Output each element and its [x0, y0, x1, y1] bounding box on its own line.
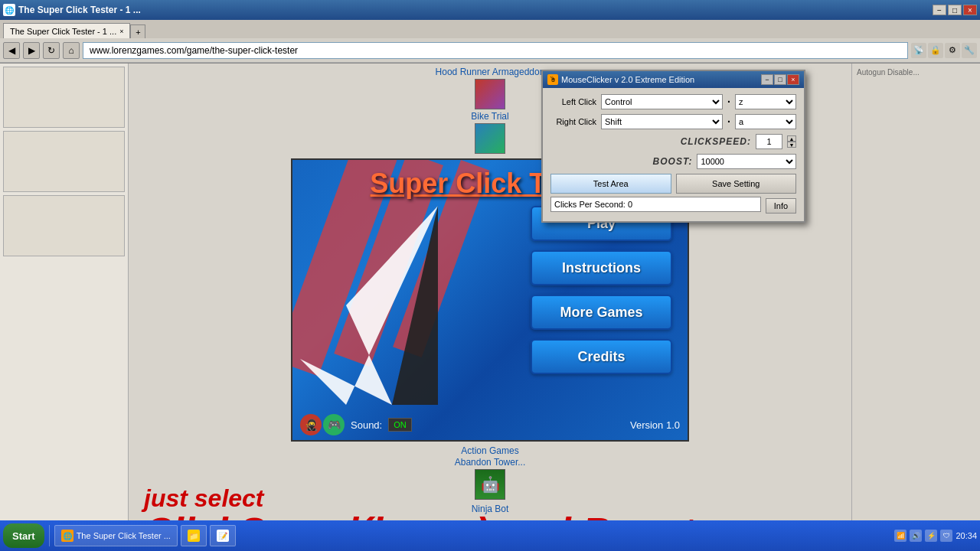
ninja-bot-link[interactable]: Ninja Bot: [472, 504, 509, 514]
clicks-display: Clicks Per Second: 0: [550, 197, 761, 212]
dialog-minimize-btn[interactable]: −: [761, 74, 773, 85]
close-btn[interactable]: ×: [963, 5, 977, 15]
version-text: Version 1.0: [630, 419, 680, 431]
clock: 20:34: [956, 531, 977, 540]
boost-label: BOOST:: [653, 156, 693, 167]
speed-arrows: ▲ ▼: [787, 135, 796, 148]
url-text: www.lorenzgames.com/game/the-super-click…: [90, 45, 298, 56]
tab-close-btn[interactable]: ×: [119, 28, 123, 35]
main-content: Hood Runner Armageddon Bike Trial Super …: [129, 64, 851, 551]
right-click-mod2-select[interactable]: a: [735, 114, 796, 129]
system-tray: 📶 🔊 ⚡ 🛡 20:34: [894, 530, 977, 542]
taskbar-browser-label: The Super Click Tester ...: [77, 531, 171, 540]
dialog-title-buttons: − □ ×: [761, 74, 799, 85]
mouseclicker-dialog: 🖱 MouseClicker v 2.0 Extreme Edition − □…: [541, 70, 805, 223]
game-thumb-1[interactable]: [475, 79, 505, 109]
char-icons: 🥷 🎮: [300, 414, 345, 435]
browser-icon: 🌐: [3, 4, 15, 16]
clicks-row: Clicks Per Second: 0 Info: [550, 197, 796, 215]
browser-chrome: 🌐 The Super Click Tester - 1 ... − □ × T…: [0, 0, 980, 64]
boost-row: BOOST: 10000: [550, 154, 796, 169]
char-icon-1: 🥷: [300, 414, 322, 435]
taskbar-browser-icon: 🌐: [61, 530, 74, 542]
speed-up-btn[interactable]: ▲: [787, 135, 796, 142]
game-thumb-2[interactable]: [475, 123, 505, 154]
taskbar-notepad[interactable]: 📝: [210, 525, 236, 546]
ninja-bot-thumb[interactable]: 🤖: [475, 469, 505, 500]
start-label: Start: [12, 530, 35, 542]
minimize-btn[interactable]: −: [933, 5, 946, 15]
new-tab-btn[interactable]: +: [130, 24, 145, 38]
left-click-mod2-select[interactable]: z: [735, 94, 796, 109]
sound-toggle[interactable]: ON: [388, 418, 412, 432]
right-sidebar: Autogun Disable...: [851, 64, 980, 551]
clicks-text: Clicks Per Second: 0: [554, 200, 632, 209]
wrench-icon[interactable]: 🔧: [962, 43, 977, 58]
sidebar-content: [0, 64, 128, 259]
taskbar-browser[interactable]: 🌐 The Super Click Tester ...: [54, 525, 178, 546]
dialog-buttons-row: Test Area Save Setting: [550, 174, 796, 194]
right-click-mod1-select[interactable]: Shift: [601, 114, 723, 129]
tools-icon[interactable]: ⚙: [945, 43, 960, 58]
dot-separator-2: ·: [727, 116, 730, 128]
dialog-close-btn[interactable]: ×: [787, 74, 799, 85]
address-bar[interactable]: www.lorenzgames.com/game/the-super-click…: [83, 42, 908, 59]
security-icon[interactable]: 🔒: [928, 43, 943, 58]
char-icon-2: 🎮: [323, 414, 345, 435]
tray-icon-3: ⚡: [925, 530, 937, 542]
dialog-title-text: MouseClicker v 2.0 Extreme Edition: [561, 75, 758, 84]
title-bar-text: The Super Click Tester - 1 ...: [18, 5, 929, 15]
title-bar-buttons: − □ ×: [933, 5, 977, 15]
menu-buttons: Play Instructions More Games Credits: [531, 206, 672, 374]
dialog-restore-btn[interactable]: □: [774, 74, 786, 85]
instructions-button[interactable]: Instructions: [531, 250, 672, 285]
forward-btn[interactable]: ▶: [23, 42, 40, 59]
test-area-button[interactable]: Test Area: [550, 174, 671, 194]
credits-button[interactable]: Credits: [531, 339, 672, 374]
sidebar-ad2: [3, 131, 125, 192]
taskbar-sep-1: [49, 525, 50, 546]
nav-icons: 📡 🔒 ⚙ 🔧: [911, 43, 977, 58]
boost-select[interactable]: 10000: [697, 154, 796, 169]
dialog-icon: 🖱: [547, 74, 558, 85]
taskbar-notepad-icon: 📝: [217, 530, 229, 542]
taskbar-explorer[interactable]: 📁: [181, 525, 207, 546]
home-btn[interactable]: ⌂: [63, 42, 80, 59]
game-bottom-bar: 🥷 🎮 Sound: ON Version 1.0: [292, 409, 688, 440]
start-button[interactable]: Start: [3, 523, 44, 548]
sound-label: Sound:: [351, 419, 382, 431]
clickspeed-input[interactable]: [756, 134, 782, 149]
info-button[interactable]: Info: [766, 198, 796, 214]
arrow-graphic: [300, 206, 469, 405]
right-click-label: Right Click: [550, 117, 596, 126]
rss-icon[interactable]: 📡: [911, 43, 926, 58]
clickspeed-label: CLICKSPEED:: [681, 136, 751, 147]
tray-icon-1: 📶: [894, 530, 906, 542]
page-content: Hood Runner Armageddon Bike Trial Super …: [0, 64, 980, 551]
taskbar: Start 🌐 The Super Click Tester ... 📁 📝 📶…: [0, 520, 980, 551]
sidebar-ad3: [3, 195, 125, 256]
speed-down-btn[interactable]: ▼: [787, 142, 796, 148]
right-click-row: Right Click Shift · a: [550, 114, 796, 129]
sidebar-ad: [3, 67, 125, 128]
tab-label: The Super Click Tester - 1 ...: [10, 27, 116, 36]
dialog-title-bar: 🖱 MouseClicker v 2.0 Extreme Edition − □…: [543, 71, 804, 88]
right-sidebar-text: Autogun Disable...: [855, 67, 977, 78]
left-sidebar: [0, 64, 129, 551]
clickspeed-row: CLICKSPEED: ▲ ▼: [550, 134, 796, 149]
refresh-btn[interactable]: ↻: [43, 42, 60, 59]
left-click-row: Left Click Control · z: [550, 94, 796, 109]
left-click-mod1-select[interactable]: Control: [601, 94, 723, 109]
browser-tab[interactable]: The Super Click Tester - 1 ... ×: [3, 23, 130, 38]
maximize-btn[interactable]: □: [948, 5, 962, 15]
save-setting-button[interactable]: Save Setting: [676, 174, 797, 194]
more-games-button[interactable]: More Games: [531, 295, 672, 330]
action-games-section: Action Games Abandon Tower... 🤖 Ninja Bo…: [129, 443, 851, 515]
title-bar: 🌐 The Super Click Tester - 1 ... − □ ×: [0, 0, 980, 20]
back-btn[interactable]: ◀: [3, 42, 20, 59]
dialog-body: Left Click Control · z Right Click Shift: [543, 88, 804, 221]
action-games-link[interactable]: Action Games: [461, 445, 518, 456]
nav-bar: ◀ ▶ ↻ ⌂ www.lorenzgames.com/game/the-sup…: [0, 38, 980, 63]
tray-icon-2: 🔊: [910, 530, 922, 542]
abandon-tower-link[interactable]: Abandon Tower...: [129, 457, 851, 468]
